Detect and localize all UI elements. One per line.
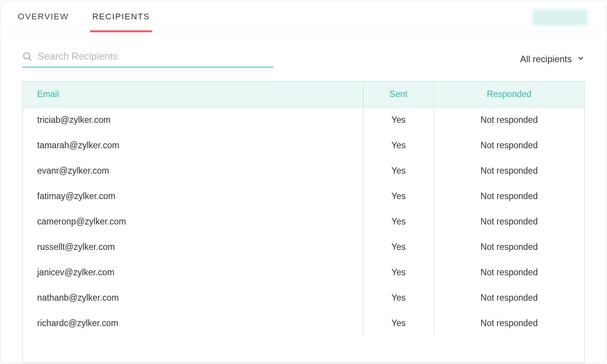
cell-responded: Not responded — [434, 260, 584, 285]
filter-selected-label: All recipients — [520, 54, 572, 64]
cell-responded: Not responded — [434, 184, 584, 209]
cell-sent: Yes — [363, 260, 434, 285]
table-row[interactable]: tamarah@zylker.comYesNot responded — [23, 133, 584, 158]
cell-responded: Not responded — [434, 209, 584, 234]
primary-action-button[interactable] — [532, 9, 588, 25]
table-row[interactable]: fatimay@zylker.comYesNot responded — [23, 184, 584, 209]
table-row[interactable]: richardc@zylker.comYesNot responded — [23, 311, 584, 336]
tab-bar: OVERVIEW RECIPIENTS — [1, 1, 606, 32]
cell-sent: Yes — [363, 311, 434, 336]
cell-email: cameronp@zylker.com — [23, 209, 363, 234]
cell-email: richardc@zylker.com — [23, 311, 363, 336]
search-icon — [22, 52, 32, 61]
table-row[interactable]: russellt@zylker.comYesNot responded — [23, 234, 584, 260]
cell-email: nathanb@zylker.com — [23, 285, 363, 311]
cell-email: russellt@zylker.com — [23, 234, 363, 260]
cell-responded: Not responded — [434, 311, 584, 336]
tab-overview[interactable]: OVERVIEW — [16, 1, 70, 32]
table-row[interactable]: nathanb@zylker.comYesNot responded — [23, 285, 584, 311]
content-area: All recipients Email Sent Responded tric… — [1, 32, 606, 363]
svg-line-1 — [29, 58, 31, 60]
cell-responded: Not responded — [434, 107, 584, 133]
cell-email: triciab@zylker.com — [23, 107, 363, 133]
table-row[interactable]: evanr@zylker.comYesNot responded — [23, 158, 584, 184]
cell-sent: Yes — [363, 184, 434, 209]
cell-sent: Yes — [363, 285, 434, 311]
cell-responded: Not responded — [434, 234, 584, 260]
cell-sent: Yes — [363, 133, 434, 158]
cell-responded: Not responded — [434, 285, 584, 311]
cell-email: janicev@zylker.com — [23, 260, 363, 285]
search-field-wrap[interactable] — [22, 50, 274, 67]
chevron-down-icon — [577, 54, 585, 64]
table-row[interactable]: janicev@zylker.comYesNot responded — [23, 260, 584, 285]
recipients-table: Email Sent Responded triciab@zylker.comY… — [22, 81, 585, 363]
cell-email: tamarah@zylker.com — [23, 133, 363, 158]
cell-sent: Yes — [363, 158, 434, 184]
cell-sent: Yes — [363, 234, 434, 260]
search-input[interactable] — [38, 50, 274, 62]
cell-responded: Not responded — [434, 133, 584, 158]
table-row[interactable]: triciab@zylker.comYesNot responded — [23, 107, 584, 133]
cell-email: evanr@zylker.com — [23, 158, 363, 184]
table-body: triciab@zylker.comYesNot respondedtamara… — [23, 107, 584, 362]
cell-responded: Not responded — [434, 158, 584, 184]
cell-sent: Yes — [363, 209, 434, 234]
cell-sent: Yes — [363, 107, 434, 133]
table-header: Email Sent Responded — [23, 82, 584, 107]
column-header-responded[interactable]: Responded — [434, 82, 584, 107]
cell-email: fatimay@zylker.com — [23, 184, 363, 209]
column-header-email[interactable]: Email — [23, 82, 363, 107]
toolbar: All recipients — [22, 50, 585, 67]
tab-recipients[interactable]: RECIPIENTS — [91, 1, 151, 32]
column-header-sent[interactable]: Sent — [363, 82, 434, 107]
table-row[interactable]: cameronp@zylker.comYesNot responded — [23, 209, 584, 234]
app-frame: OVERVIEW RECIPIENTS All recipients — [1, 1, 606, 363]
filter-dropdown[interactable]: All recipients — [520, 54, 585, 64]
